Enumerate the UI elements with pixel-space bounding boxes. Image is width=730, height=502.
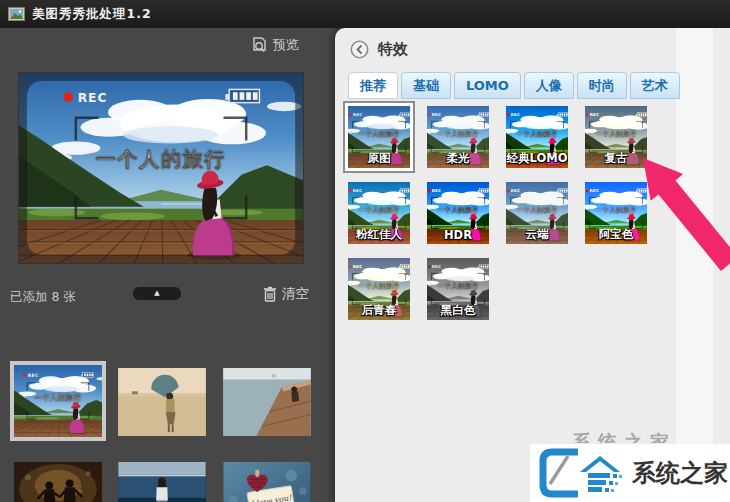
queue-thumb-railway-couple[interactable] — [14, 462, 102, 502]
window-title: 美图秀秀批处理1.2 — [32, 6, 152, 23]
love-note-photo: I love you! — [223, 462, 311, 502]
filter-label: 原图 — [348, 151, 410, 166]
title-bar: 美图秀秀批处理1.2 — [0, 0, 730, 28]
main-preview — [18, 72, 304, 264]
filter-label: 阿宝色 — [585, 227, 647, 242]
filter-阿宝色[interactable]: 阿宝色 — [585, 182, 647, 244]
app-icon — [8, 7, 25, 21]
tab-人像[interactable]: 人像 — [524, 72, 574, 99]
queue-thumb-pier-sitting[interactable] — [223, 368, 311, 436]
tab-基础[interactable]: 基础 — [401, 72, 451, 99]
watermark-house-icon — [576, 450, 628, 496]
effects-title: 特效 — [378, 40, 408, 59]
beach-umbrella-photo — [118, 368, 206, 436]
back-icon[interactable] — [350, 40, 369, 59]
filter-label: 后青春 — [348, 303, 410, 318]
filter-HDR[interactable]: HDR — [427, 182, 489, 244]
tab-时尚[interactable]: 时尚 — [577, 72, 627, 99]
left-pane: 预览 已添加 8 张 ▲ 清空 — [0, 28, 335, 502]
queue-thumb-love-note[interactable]: I love you! — [223, 462, 311, 502]
pier-photo — [223, 368, 311, 436]
watermark-ghost-text: 系统之家 — [572, 430, 728, 443]
filter-label: 粉红佳人 — [348, 227, 410, 242]
queue-header: 已添加 8 张 ▲ 清空 — [0, 283, 335, 311]
filter-label: HDR — [427, 228, 489, 242]
effects-tabs: 推荐基础LOMO人像时尚艺术 — [348, 72, 680, 99]
filter-原图[interactable]: 原图 — [348, 106, 410, 168]
trash-icon — [263, 286, 277, 302]
filter-label: 云端 — [506, 227, 568, 242]
filter-后青春[interactable]: 后青春 — [348, 258, 410, 320]
filter-label: 复古 — [585, 151, 647, 166]
sea-woman-photo — [118, 462, 206, 502]
railway-photo — [14, 462, 102, 502]
filter-粉红佳人[interactable]: 粉红佳人 — [348, 182, 410, 244]
preview-photo — [19, 73, 303, 263]
collapse-queue-button[interactable]: ▲ — [133, 287, 181, 300]
filter-label: 黑白色 — [427, 303, 489, 318]
effects-header: 特效 — [350, 40, 408, 59]
filter-复古[interactable]: 复古 — [585, 106, 647, 168]
filter-grid: 原图柔光经典LOMO复古粉红佳人HDR云端阿宝色后青春黑白色 — [348, 106, 647, 320]
filter-黑白色[interactable]: 黑白色 — [427, 258, 489, 320]
added-count-label: 已添加 8 张 — [10, 289, 76, 306]
preview-icon — [252, 37, 268, 54]
clear-label: 清空 — [282, 285, 309, 303]
filter-云端[interactable]: 云端 — [506, 182, 568, 244]
filter-经典LOMO[interactable]: 经典LOMO — [506, 106, 568, 168]
queue-thumb-landscape-girl[interactable] — [10, 361, 106, 441]
preview-button[interactable]: 预览 — [252, 36, 299, 54]
queue-thumb-beach-umbrella[interactable] — [118, 368, 206, 436]
tab-LOMO[interactable]: LOMO — [454, 72, 521, 99]
tab-推荐[interactable]: 推荐 — [348, 72, 398, 99]
watermark: 系统之家 — [530, 444, 730, 502]
watermark-text: 系统之家 — [632, 457, 728, 489]
queue-grid: I love you! — [0, 328, 335, 502]
filter-柔光[interactable]: 柔光 — [427, 106, 489, 168]
tab-艺术[interactable]: 艺术 — [630, 72, 680, 99]
clear-queue-button[interactable]: 清空 — [263, 285, 309, 303]
filter-label: 柔光 — [427, 151, 489, 166]
queue-thumb-sea-standing[interactable] — [118, 462, 206, 502]
filter-label: 经典LOMO — [506, 151, 568, 166]
preview-label: 预览 — [273, 36, 299, 54]
